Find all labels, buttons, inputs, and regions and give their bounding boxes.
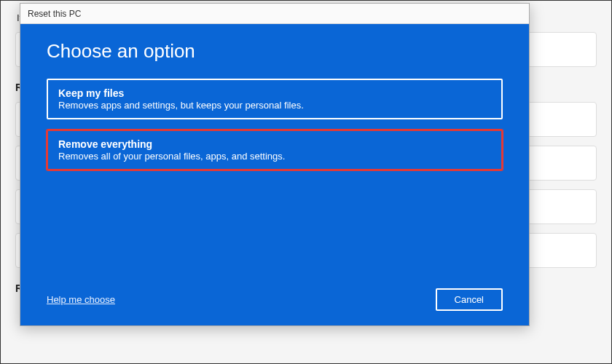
dialog-body: Choose an option Keep my files Removes a… xyxy=(20,24,529,325)
dialog-footer: Help me choose Cancel xyxy=(47,288,503,311)
dialog-titlebar: Reset this PC xyxy=(20,4,529,24)
dialog-heading: Choose an option xyxy=(47,40,503,63)
reset-pc-dialog: Reset this PC Choose an option Keep my f… xyxy=(20,3,530,326)
option-title: Remove everything xyxy=(58,138,491,150)
option-title: Keep my files xyxy=(58,87,491,99)
option-desc: Removes apps and settings, but keeps you… xyxy=(58,100,491,111)
option-keep-my-files[interactable]: Keep my files Removes apps and settings,… xyxy=(47,79,503,119)
dialog-title: Reset this PC xyxy=(28,9,81,19)
help-me-choose-link[interactable]: Help me choose xyxy=(47,294,115,305)
option-desc: Removes all of your personal files, apps… xyxy=(58,151,491,162)
option-remove-everything[interactable]: Remove everything Removes all of your pe… xyxy=(47,130,503,170)
cancel-button[interactable]: Cancel xyxy=(436,288,503,311)
